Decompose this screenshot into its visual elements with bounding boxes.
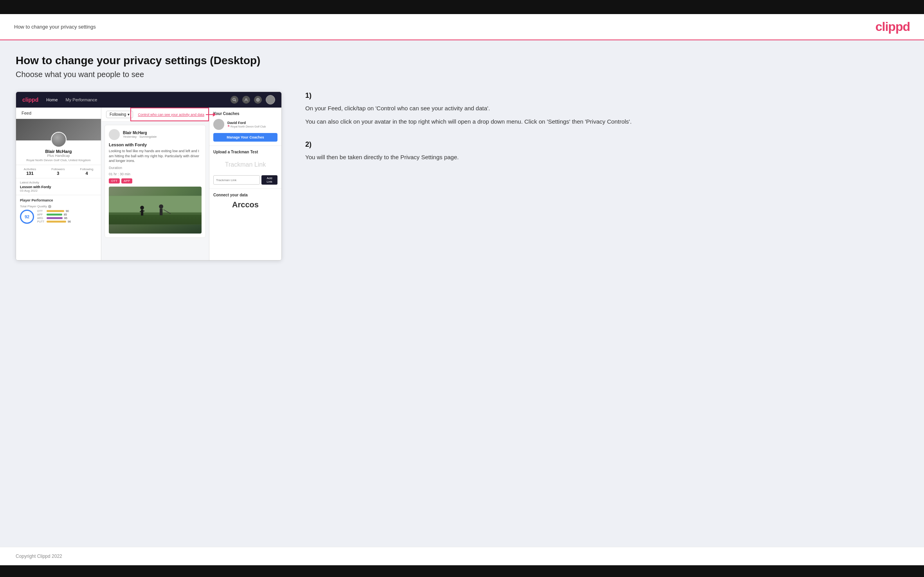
coach-name: David Ford — [227, 121, 266, 125]
svg-line-1 — [235, 101, 236, 102]
tpq-row: 92 OTT 90 APP 85 — [20, 210, 97, 224]
trackman-input-row: Add Link — [213, 175, 277, 185]
post-username: Blair McHarg — [123, 131, 157, 135]
nav-icons — [231, 95, 275, 104]
stat-activities-value: 131 — [24, 171, 36, 176]
profile-avatar-inner — [52, 133, 66, 147]
coach-club: ⚑ Royal North Devon Golf Club — [227, 125, 266, 128]
trackman-input[interactable] — [213, 175, 260, 185]
instruction-step-1: 1) On your Feed, click/tap on 'Control w… — [305, 92, 908, 126]
manage-coaches-button[interactable]: Manage Your Coaches — [213, 133, 277, 142]
trackman-placeholder: Trackman Link — [213, 157, 277, 172]
tag-app: APP — [121, 178, 132, 183]
tpq-bar-arg: ARG 86 — [37, 217, 97, 219]
user-icon[interactable] — [242, 96, 250, 104]
step-1-para-2: You can also click on your avatar in the… — [305, 117, 908, 126]
instructions-panel: 1) On your Feed, click/tap on 'Control w… — [297, 92, 908, 176]
nav-link-performance[interactable]: My Performance — [66, 97, 97, 102]
site-header: How to change your privacy settings clip… — [0, 14, 924, 40]
svg-point-0 — [233, 98, 235, 101]
site-logo[interactable]: clippd — [875, 20, 910, 34]
connect-section: Connect your data Arccos — [209, 189, 281, 213]
nav-link-home[interactable]: Home — [46, 97, 58, 102]
svg-point-9 — [140, 206, 144, 210]
post-duration-value: 01 hr : 30 min — [109, 172, 202, 176]
chevron-down-icon: ▾ — [128, 112, 130, 117]
nav-avatar[interactable] — [266, 95, 275, 104]
latest-activity-date: 03 Aug 2022 — [20, 189, 97, 192]
stat-followers-label: Followers — [51, 167, 65, 171]
step-1-number: 1) — [305, 92, 908, 100]
site-footer: Copyright Clippd 2022 — [0, 547, 924, 565]
post-header: Blair McHarg Yesterday · Sunningdale — [109, 129, 202, 140]
coach-info: David Ford ⚑ Royal North Devon Golf Club — [227, 121, 266, 128]
step-1-text: On your Feed, click/tap on 'Control who … — [305, 104, 908, 126]
app-feed: Following ▾ Control who can see your act… — [101, 108, 209, 260]
screenshot-mockup: clippd Home My Performance — [16, 92, 282, 261]
post-tags: OTT APP — [109, 178, 202, 183]
article-subtitle: Choose what you want people to see — [16, 70, 908, 79]
location-icon: ⚑ — [227, 125, 230, 128]
post-duration-label: Duration — [109, 166, 202, 170]
tpq-bar-app: APP 85 — [37, 213, 97, 216]
step-1-para-1: On your Feed, click/tap on 'Control who … — [305, 104, 908, 113]
post-description: Looking to feel like my hands are exitin… — [109, 149, 202, 164]
profile-name: Blair McHarg — [16, 149, 101, 154]
step-2-text: You will then be taken directly to the P… — [305, 153, 908, 162]
post-image — [109, 187, 202, 234]
tpq-bar-putt: PUTT 96 — [37, 220, 97, 223]
player-performance: Player Performance Total Player Quality … — [16, 195, 101, 227]
feed-tab[interactable]: Feed — [16, 108, 101, 119]
bottom-bar — [0, 565, 924, 577]
tpq-bar-ott: OTT 90 — [37, 210, 97, 212]
stat-followers-value: 3 — [51, 171, 65, 176]
latest-label: Latest Activity — [20, 181, 97, 184]
feed-header: Following ▾ Control who can see your act… — [101, 108, 209, 122]
feed-post: Blair McHarg Yesterday · Sunningdale Les… — [104, 125, 206, 238]
coach-item: David Ford ⚑ Royal North Devon Golf Club — [213, 119, 277, 130]
svg-point-12 — [159, 204, 163, 209]
coaches-title: Your Coaches — [213, 111, 277, 116]
app-body: Feed Blair McHarg Plus Handicap Royal No… — [16, 108, 281, 260]
annotation-arrow — [206, 113, 216, 117]
control-link[interactable]: Control who can see your activity and da… — [138, 113, 204, 117]
latest-activity-name: Lesson with Fordy — [20, 185, 97, 189]
connect-title: Connect your data — [213, 193, 277, 197]
tpq-label: Total Player Quality i — [20, 205, 97, 208]
perf-title: Player Performance — [20, 198, 97, 202]
step-2-number: 2) — [305, 140, 908, 149]
arccos-brand: Arccos — [213, 200, 277, 209]
stat-following-label: Following — [80, 167, 94, 171]
content-columns: clippd Home My Performance — [16, 92, 908, 261]
trackman-section: Upload a Trackman Test Trackman Link Add… — [209, 146, 281, 189]
step-2-para: You will then be taken directly to the P… — [305, 153, 908, 162]
tpq-score: 92 — [20, 210, 34, 224]
top-bar — [0, 0, 924, 14]
post-meta: Yesterday · Sunningdale — [123, 135, 157, 138]
app-sidebar: Feed Blair McHarg Plus Handicap Royal No… — [16, 108, 101, 260]
trackman-add-button[interactable]: Add Link — [261, 175, 277, 185]
post-avatar — [109, 129, 120, 140]
app-nav: clippd Home My Performance — [16, 92, 281, 108]
coach-avatar — [213, 119, 224, 130]
profile-handicap: Plus Handicap — [16, 154, 101, 158]
tag-ott: OTT — [109, 178, 120, 183]
search-icon[interactable] — [231, 96, 238, 104]
app-logo: clippd — [22, 97, 38, 103]
tpq-info-icon: i — [48, 205, 51, 208]
following-button[interactable]: Following ▾ — [106, 111, 133, 118]
post-title: Lesson with Fordy — [109, 142, 202, 147]
app-right-panel: Your Coaches David Ford ⚑ Royal North De… — [209, 108, 281, 260]
tpq-bars: OTT 90 APP 85 ARG — [37, 210, 97, 224]
post-image-overlay — [109, 210, 202, 234]
copyright-text: Copyright Clippd 2022 — [16, 554, 62, 559]
stat-activities: Activities 131 — [24, 167, 36, 176]
post-user-info: Blair McHarg Yesterday · Sunningdale — [123, 131, 157, 138]
breadcrumb: How to change your privacy settings — [14, 24, 96, 30]
stat-following-value: 4 — [80, 171, 94, 176]
globe-icon[interactable] — [254, 96, 262, 104]
trackman-title: Upload a Trackman Test — [213, 150, 277, 154]
profile-club: Royal North Devon Golf Club, United King… — [19, 158, 98, 162]
stat-followers: Followers 3 — [51, 167, 65, 176]
profile-avatar — [51, 132, 67, 147]
